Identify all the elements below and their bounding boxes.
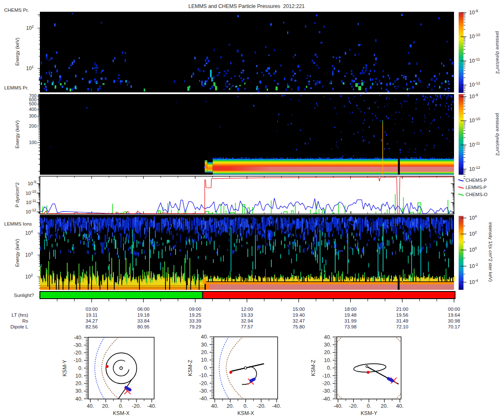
svg-text:-40.: -40. bbox=[147, 403, 157, 409]
svg-text:-40.: -40. bbox=[199, 396, 208, 402]
svg-text:CHEMS-O: CHEMS-O bbox=[466, 192, 488, 197]
svg-text:20.: 20. bbox=[227, 403, 234, 409]
svg-text:LEMMS and CHEMS Particle Press: LEMMS and CHEMS Particle Pressures 2012:… bbox=[189, 3, 305, 9]
svg-text:-20.: -20. bbox=[349, 403, 358, 409]
svg-text:-10.: -10. bbox=[74, 357, 83, 363]
svg-text:10-10: 10-10 bbox=[469, 33, 480, 39]
svg-text:-40.: -40. bbox=[272, 403, 281, 409]
svg-text:30.: 30. bbox=[201, 342, 208, 348]
svg-text:-40.: -40. bbox=[333, 403, 343, 409]
svg-text:30.: 30. bbox=[324, 342, 331, 348]
svg-text:40.: 40. bbox=[76, 396, 83, 402]
svg-text:34.27: 34.27 bbox=[86, 318, 98, 323]
svg-text:10-2: 10-2 bbox=[469, 262, 478, 269]
svg-text:10-12: 10-12 bbox=[469, 165, 480, 172]
svg-text:10-9: 10-9 bbox=[469, 93, 478, 100]
svg-text:20.: 20. bbox=[76, 381, 83, 386]
svg-text:Energy (keV): Energy (keV) bbox=[15, 239, 20, 267]
svg-text:-20.: -20. bbox=[322, 381, 331, 386]
svg-text:32.94: 32.94 bbox=[241, 318, 253, 323]
svg-text:19.56: 19.56 bbox=[396, 312, 408, 318]
svg-text:-30.: -30. bbox=[199, 388, 208, 394]
svg-text:-10.: -10. bbox=[322, 373, 331, 379]
svg-text:31.49: 31.49 bbox=[396, 318, 408, 323]
svg-text:40.: 40. bbox=[211, 403, 218, 409]
svg-text:20.: 20. bbox=[201, 349, 208, 355]
svg-text:LEMMS Pr.: LEMMS Pr. bbox=[4, 85, 29, 90]
svg-text:10.: 10. bbox=[201, 357, 208, 363]
svg-text:10-4: 10-4 bbox=[469, 278, 478, 285]
svg-text:79.29: 79.29 bbox=[189, 324, 201, 329]
svg-text:10-9: 10-9 bbox=[28, 180, 37, 186]
svg-text:200.: 200. bbox=[29, 123, 38, 129]
svg-text:-20.: -20. bbox=[257, 403, 266, 409]
svg-text:0.: 0. bbox=[204, 365, 208, 371]
svg-text:104: 104 bbox=[469, 214, 477, 221]
svg-text:70.17: 70.17 bbox=[448, 324, 460, 329]
svg-text:19.48: 19.48 bbox=[344, 312, 357, 318]
svg-text:-40.: -40. bbox=[322, 396, 331, 402]
svg-text:31.99: 31.99 bbox=[344, 318, 357, 323]
svg-text:intensity 1/(s cm^2 ster keV): intensity 1/(s cm^2 ster keV) bbox=[488, 222, 493, 282]
svg-text:0.: 0. bbox=[244, 403, 248, 409]
svg-text:19.18: 19.18 bbox=[137, 312, 150, 318]
svg-text:Rs: Rs bbox=[22, 318, 28, 323]
svg-text:103: 103 bbox=[25, 251, 33, 258]
svg-text:KSM-Y: KSM-Y bbox=[361, 410, 378, 416]
svg-text:102: 102 bbox=[469, 230, 477, 237]
svg-text:Dipole L: Dipole L bbox=[10, 324, 29, 329]
svg-text:19.25: 19.25 bbox=[189, 312, 201, 318]
svg-text:104: 104 bbox=[25, 229, 33, 236]
svg-text:500.: 500. bbox=[29, 101, 38, 106]
svg-text:10-12: 10-12 bbox=[26, 208, 36, 214]
svg-text:19.11: 19.11 bbox=[86, 312, 97, 318]
svg-text:10-9: 10-9 bbox=[469, 9, 478, 16]
svg-text:KSM-Z: KSM-Z bbox=[187, 360, 193, 376]
svg-text:0.: 0. bbox=[119, 403, 123, 409]
svg-text:40.: 40. bbox=[324, 334, 331, 340]
svg-text:03:00: 03:00 bbox=[86, 307, 98, 312]
svg-text:0.: 0. bbox=[79, 365, 83, 371]
svg-text:21:00: 21:00 bbox=[396, 307, 408, 312]
svg-text:10-11: 10-11 bbox=[469, 57, 480, 64]
svg-text:0.: 0. bbox=[327, 365, 331, 371]
svg-text:19.40: 19.40 bbox=[293, 312, 305, 318]
svg-text:101: 101 bbox=[26, 65, 34, 71]
svg-text:300.: 300. bbox=[29, 113, 38, 118]
svg-text:75.80: 75.80 bbox=[293, 324, 305, 329]
svg-text:10-11: 10-11 bbox=[26, 199, 37, 205]
svg-text:CHEMS Pr.: CHEMS Pr. bbox=[4, 8, 29, 13]
svg-text:15:00: 15:00 bbox=[293, 307, 305, 312]
svg-text:40.: 40. bbox=[201, 334, 208, 340]
svg-text:102: 102 bbox=[26, 24, 34, 31]
svg-text:400.: 400. bbox=[29, 107, 38, 112]
svg-text:30.: 30. bbox=[76, 388, 83, 394]
svg-text:33.84: 33.84 bbox=[137, 318, 150, 323]
svg-text:Energy (keV): Energy (keV) bbox=[15, 120, 20, 148]
svg-text:19.64: 19.64 bbox=[448, 312, 460, 318]
svg-text:-30.: -30. bbox=[322, 388, 331, 394]
svg-text:80.95: 80.95 bbox=[137, 324, 150, 329]
svg-text:-10.: -10. bbox=[199, 373, 208, 378]
svg-text:73.98: 73.98 bbox=[344, 324, 357, 329]
svg-text:pressure dyne/cm^2: pressure dyne/cm^2 bbox=[495, 113, 500, 155]
svg-text:18:00: 18:00 bbox=[344, 307, 357, 312]
svg-text:KSM-X: KSM-X bbox=[237, 410, 254, 416]
svg-text:Sunlight?: Sunlight? bbox=[14, 293, 34, 298]
svg-text:0.: 0. bbox=[367, 403, 371, 409]
svg-text:19.33: 19.33 bbox=[241, 312, 253, 318]
svg-text:-20.: -20. bbox=[74, 350, 83, 356]
svg-text:KSM-X: KSM-X bbox=[113, 410, 130, 416]
svg-text:77.57: 77.57 bbox=[241, 324, 253, 329]
svg-text:-20.: -20. bbox=[132, 403, 141, 409]
svg-text:72.10: 72.10 bbox=[396, 324, 408, 329]
svg-text:20.: 20. bbox=[324, 349, 331, 355]
svg-text:10.: 10. bbox=[76, 373, 83, 379]
svg-text:82.56: 82.56 bbox=[86, 324, 98, 329]
svg-text:100: 100 bbox=[469, 246, 477, 253]
svg-text:10-10: 10-10 bbox=[26, 189, 36, 196]
svg-text:-40.: -40. bbox=[74, 335, 83, 341]
svg-text:40.: 40. bbox=[87, 403, 94, 409]
svg-text:09:00: 09:00 bbox=[189, 307, 201, 312]
svg-text:-30.: -30. bbox=[74, 342, 83, 348]
